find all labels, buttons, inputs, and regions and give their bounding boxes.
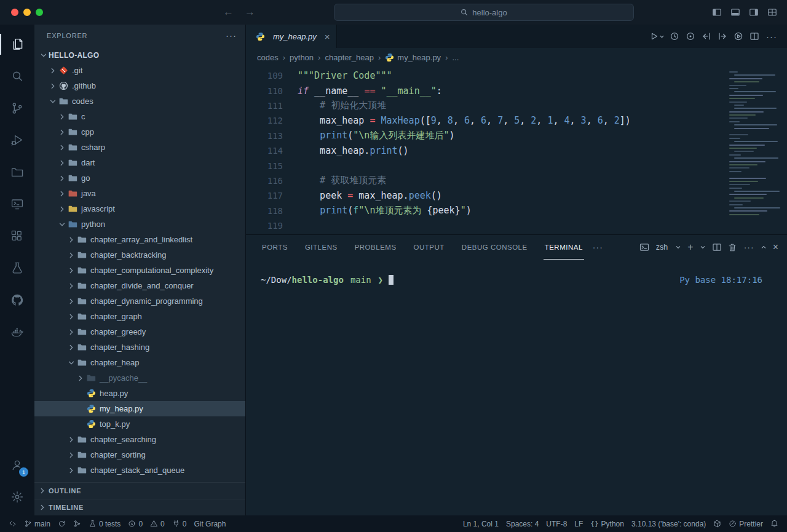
code-line[interactable]: 115	[246, 158, 787, 173]
status-branch[interactable]: main	[20, 515, 54, 532]
tree-item-go[interactable]: go	[34, 170, 245, 186]
status-ports[interactable]: 0	[168, 515, 191, 532]
command-center-search[interactable]: hello-algo	[334, 4, 634, 21]
panel-tab-problems[interactable]: PROBLEMS	[354, 235, 398, 260]
status-git-graph[interactable]: Git Graph	[190, 515, 229, 532]
activity-explorer[interactable]	[0, 28, 34, 60]
editor[interactable]: 109"""Driver Code"""110if __name__ == "_…	[246, 66, 787, 234]
tree-item-python[interactable]: python	[34, 216, 245, 232]
tree-item-codes[interactable]: codes	[34, 93, 245, 109]
status-notifications[interactable]	[767, 515, 782, 532]
next-change-icon[interactable]	[714, 28, 730, 44]
previous-change-icon[interactable]	[698, 28, 714, 44]
panel-tab-output[interactable]: OUTPUT	[413, 235, 446, 260]
toggle-sidebar-icon[interactable]	[712, 7, 722, 17]
close-panel-icon[interactable]: ×	[773, 242, 778, 252]
breadcrumb-item[interactable]: ...	[452, 53, 459, 62]
code-line[interactable]: 112 max_heap = MaxHeap([9, 8, 6, 6, 7, 5…	[246, 113, 787, 128]
activity-extensions[interactable]	[0, 220, 34, 252]
zoom-window-button[interactable]	[36, 9, 43, 16]
status-remote[interactable]	[5, 515, 20, 532]
activity-github[interactable]	[0, 284, 34, 316]
split-terminal-icon[interactable]	[712, 242, 722, 252]
code-line[interactable]: 119	[246, 218, 787, 233]
tab-my-heap-py[interactable]: my_heap.py ×	[246, 25, 337, 48]
tree-item-my-heap-py[interactable]: my_heap.py	[34, 401, 245, 416]
new-terminal-button[interactable]: +	[687, 242, 693, 252]
minimize-window-button[interactable]	[23, 9, 31, 16]
status-indentation[interactable]: Spaces: 4	[502, 515, 542, 532]
tree-item-chapter-stack-and-queue[interactable]: chapter_stack_and_queue	[34, 463, 245, 478]
tree-item-cpp[interactable]: cpp	[34, 124, 245, 140]
activity-remote-explorer[interactable]	[0, 188, 34, 220]
tree-item-chapter-divide-and-conquer[interactable]: chapter_divide_and_conquer	[34, 278, 245, 293]
activity-run-and-debug[interactable]	[0, 124, 34, 156]
forward-button[interactable]: →	[245, 6, 255, 18]
tree-item-java[interactable]: java	[34, 186, 245, 201]
kill-terminal-icon[interactable]	[727, 242, 737, 252]
code-line[interactable]: 117 peek = max_heap.peek()	[246, 188, 787, 203]
timeline-icon[interactable]	[666, 28, 682, 44]
activity-docker[interactable]	[0, 316, 34, 348]
activity-search[interactable]	[0, 60, 34, 92]
status-python-interpreter[interactable]: 3.10.13 ('base': conda)	[628, 515, 710, 532]
run-dropdown-icon[interactable]	[658, 28, 666, 44]
tree-item-chapter-graph[interactable]: chapter_graph	[34, 309, 245, 324]
tree-item-chapter-dynamic-programming[interactable]: chapter_dynamic_programming	[34, 293, 245, 309]
status-language[interactable]: {}Python	[587, 515, 628, 532]
tree-item-chapter-greedy[interactable]: chapter_greedy	[34, 324, 245, 339]
minimap[interactable]	[728, 71, 781, 215]
timeline-section[interactable]: TIMELINE	[34, 499, 245, 515]
maximize-panel-icon[interactable]	[760, 244, 767, 251]
code-line[interactable]: 109"""Driver Code"""	[246, 68, 787, 83]
status-encoding[interactable]: UTF-8	[542, 515, 571, 532]
tree-item-pycache[interactable]: __pycache__	[34, 370, 245, 386]
outline-section[interactable]: OUTLINE	[34, 482, 245, 499]
status-sync[interactable]	[54, 515, 69, 532]
customize-layout-icon[interactable]	[767, 7, 777, 17]
code-line[interactable]: 116 # 获取堆顶元素	[246, 173, 787, 188]
panel-more-actions-icon[interactable]: ···	[744, 242, 754, 252]
code-line[interactable]: 118 print(f"\n堆顶元素为 {peek}")	[246, 204, 787, 218]
explorer-more-actions-icon[interactable]: ···	[226, 30, 237, 41]
panel-tab-gitlens[interactable]: GITLENS	[304, 235, 339, 260]
tree-item-chapter-hashing[interactable]: chapter_hashing	[34, 339, 245, 355]
open-changes-icon[interactable]	[682, 28, 698, 44]
panel-more-tabs-icon[interactable]: ···	[593, 242, 603, 252]
more-actions-icon[interactable]: ···	[762, 31, 781, 42]
code-line[interactable]: 113 print("\n输入列表并建堆后")	[246, 129, 787, 143]
status-warnings[interactable]: 0	[146, 515, 168, 532]
chevron-down-icon[interactable]	[674, 244, 682, 251]
panel-tab-ports[interactable]: PORTS	[261, 235, 289, 260]
activity-settings[interactable]	[0, 481, 34, 513]
tree-item-dart[interactable]: dart	[34, 155, 245, 170]
launch-profile-chevron-icon[interactable]	[699, 244, 706, 251]
tree-item-chapter-searching[interactable]: chapter_searching	[34, 432, 245, 447]
activity-source-control[interactable]	[0, 92, 34, 124]
tree-item-chapter-computational-complexity[interactable]: chapter_computational_complexity	[34, 263, 245, 278]
code-line[interactable]: 110if __name__ == "__main__":	[246, 83, 787, 98]
status-extension-status[interactable]	[710, 515, 725, 532]
back-button[interactable]: ←	[223, 6, 234, 18]
breadcrumb-item[interactable]: my_heap.py	[385, 53, 441, 62]
tree-item-github[interactable]: .github	[34, 78, 245, 93]
shell-label[interactable]: zsh	[656, 243, 668, 252]
tree-item-c[interactable]: c	[34, 109, 245, 124]
activity-accounts[interactable]: 1	[0, 449, 34, 481]
activity-testing[interactable]	[0, 252, 34, 284]
code-line[interactable]: 111 # 初始化大顶堆	[246, 98, 787, 113]
panel-tab-terminal[interactable]: TERMINAL	[544, 235, 584, 260]
terminal[interactable]: ~/Dow/hello-algo main ❯ Py base 18:17:16	[246, 260, 787, 515]
tree-item-csharp[interactable]: csharp	[34, 140, 245, 155]
close-tab-icon[interactable]: ×	[325, 31, 330, 42]
run-or-debug-icon[interactable]	[730, 28, 746, 44]
tree-item-chapter-sorting[interactable]: chapter_sorting	[34, 447, 245, 463]
status-errors[interactable]: 0	[124, 515, 146, 532]
breadcrumb-item[interactable]: codes	[257, 53, 279, 62]
code-line[interactable]: 114 max_heap.print()	[246, 143, 787, 158]
close-window-button[interactable]	[11, 9, 18, 16]
status-cursor-position[interactable]: Ln 1, Col 1	[459, 515, 502, 532]
tree-item-chapter-array-and-linkedlist[interactable]: chapter_array_and_linkedlist	[34, 232, 245, 247]
tree-item-javascript[interactable]: javascript	[34, 201, 245, 216]
toggle-panel-icon[interactable]	[730, 7, 740, 17]
